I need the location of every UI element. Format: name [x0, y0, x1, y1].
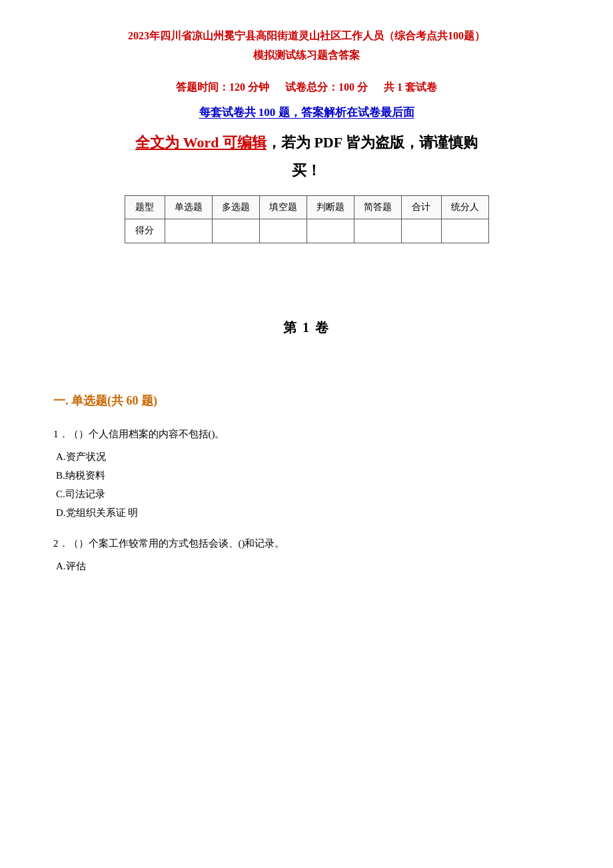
word-edit-part2: ，若为 PDF 皆为盗版，请谨慎购 — [267, 134, 478, 151]
question-1: 1．（）个人信用档案的内容不包括()。 A.资产状况 B.纳税资料 C.司法记录… — [53, 426, 560, 521]
score-table-score-row: 得分 — [125, 219, 488, 243]
score-table-header-row: 题型 单选题 多选题 填空题 判断题 简答题 合计 统分人 — [125, 195, 488, 219]
score-short — [354, 219, 401, 243]
volume-title-text: 第 1 卷 — [283, 320, 330, 335]
col-multi: 多选题 — [212, 195, 259, 219]
question-1-option-c: C.司法记录 — [53, 486, 560, 502]
header-title: 2023年四川省凉山州冕宁县高阳街道灵山社区工作人员（综合考点共100题） 模拟… — [53, 27, 560, 65]
score-total — [401, 219, 441, 243]
question-2: 2．（）个案工作较常用的方式包括会谈、()和记录。 A.评估 — [53, 535, 560, 574]
col-scorer: 统分人 — [441, 195, 488, 219]
word-edit-part1: 全文为 Word 可编辑 — [135, 134, 267, 151]
question-1-text: 1．（）个人信用档案的内容不包括()。 — [53, 426, 560, 442]
col-total: 合计 — [401, 195, 441, 219]
exam-sets: 共 1 套试卷 — [384, 81, 437, 93]
exam-info: 答题时间：120 分钟 试卷总分：100 分 共 1 套试卷 — [53, 79, 560, 96]
score-fill — [259, 219, 306, 243]
section1-title: 一. 单选题(共 60 题) — [53, 391, 560, 411]
buy-text: 买！ — [292, 162, 321, 179]
col-single: 单选题 — [165, 195, 212, 219]
title-line2: 模拟测试练习题含答案 — [253, 49, 360, 61]
col-type: 题型 — [125, 195, 165, 219]
col-short: 简答题 — [354, 195, 401, 219]
question-2-option-a: A.评估 — [53, 558, 560, 574]
question-2-text: 2．（）个案工作较常用的方式包括会谈、()和记录。 — [53, 535, 560, 551]
spacer2 — [53, 371, 560, 391]
score-scorer — [441, 219, 488, 243]
col-judge: 判断题 — [306, 195, 354, 219]
buy-line: 买！ — [53, 159, 560, 182]
question-1-option-d: D.党组织关系证 明 — [53, 505, 560, 521]
question-1-option-a: A.资产状况 — [53, 449, 560, 465]
notice-highlight: 每套试卷共 100 题，答案解析在试卷最后面 — [199, 106, 414, 119]
spacer1 — [53, 263, 560, 303]
exam-total-score: 试卷总分：100 分 — [285, 81, 368, 93]
row-label-score: 得分 — [125, 219, 165, 243]
exam-time: 答题时间：120 分钟 — [176, 81, 269, 93]
question-1-option-b: B.纳税资料 — [53, 467, 560, 483]
score-multi — [212, 219, 259, 243]
volume-title: 第 1 卷 — [53, 317, 560, 338]
score-single — [165, 219, 212, 243]
score-table-wrapper: 题型 单选题 多选题 填空题 判断题 简答题 合计 统分人 得分 — [53, 195, 560, 243]
title-line1: 2023年四川省凉山州冕宁县高阳街道灵山社区工作人员（综合考点共100题） — [128, 30, 485, 41]
section1-title-text: 一. 单选题(共 60 题) — [53, 394, 157, 407]
col-fill: 填空题 — [259, 195, 306, 219]
notice-line2: 全文为 Word 可编辑，若为 PDF 皆为盗版，请谨慎购 — [53, 131, 560, 154]
notice-line1: 每套试卷共 100 题，答案解析在试卷最后面 — [53, 103, 560, 121]
score-table: 题型 单选题 多选题 填空题 判断题 简答题 合计 统分人 得分 — [125, 195, 489, 243]
header-section: 2023年四川省凉山州冕宁县高阳街道灵山社区工作人员（综合考点共100题） 模拟… — [53, 27, 560, 65]
score-judge — [306, 219, 354, 243]
